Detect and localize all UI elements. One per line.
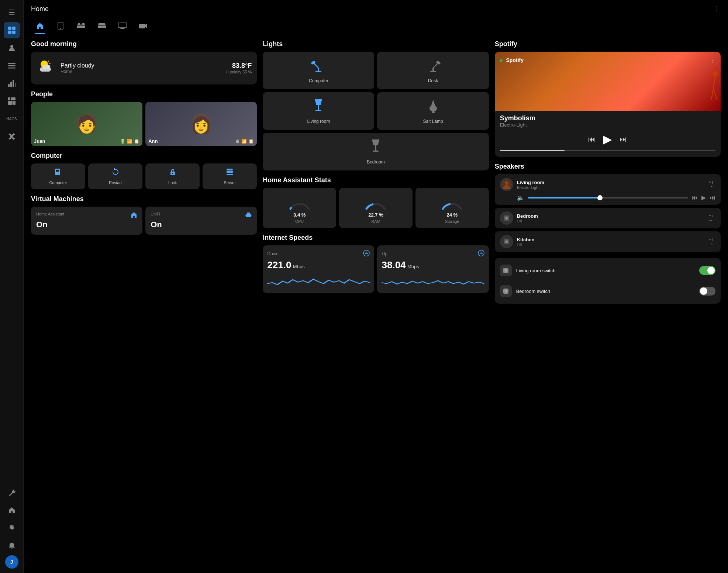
sidebar-item-dashboard[interactable] xyxy=(4,22,20,38)
person-ann[interactable]: 👩 Ann 🗑 📶 📋 xyxy=(145,102,257,146)
svg-rect-38 xyxy=(56,171,59,172)
speaker-bedroom: Bedroom Off xyxy=(495,208,721,228)
svg-point-41 xyxy=(172,173,173,174)
switches-section: Living room switch Bedroom switch xyxy=(495,258,721,304)
spotify-logo-icon: ● xyxy=(499,56,503,64)
volume-slider[interactable] xyxy=(528,197,688,199)
switch-bedroom-toggle[interactable] xyxy=(699,287,715,296)
weather-temperature: 83.8°F xyxy=(225,62,252,70)
svg-rect-58 xyxy=(315,110,321,111)
svg-rect-49 xyxy=(245,215,252,216)
page-title: Home xyxy=(31,5,49,13)
spotify-controls: ⏮ ▶ ⏭ xyxy=(500,132,715,146)
volume-thumb xyxy=(597,195,603,200)
computer-btn-restart[interactable]: Restart xyxy=(88,163,142,189)
light-living-room[interactable]: Living room xyxy=(263,92,374,130)
light-salt-lamp[interactable]: Salt Lamp xyxy=(377,92,489,130)
more-menu-button[interactable]: ⋮ xyxy=(713,4,721,13)
tab-home[interactable] xyxy=(31,18,49,34)
grid-icon xyxy=(8,97,15,105)
tab-bed2[interactable] xyxy=(93,18,111,34)
ha-stats-section: Home Assistant Stats 3.4 % CPU xyxy=(263,176,489,228)
sidebar-item-wrench[interactable] xyxy=(4,484,20,501)
main-area: Home ⋮ xyxy=(24,0,728,573)
trash-icon: 🗑 xyxy=(235,139,240,144)
speaker-kitchen-track: Off xyxy=(517,242,705,247)
vm-ha-name: Home Assistant xyxy=(36,212,64,216)
spotify-more-button[interactable]: ⋮ xyxy=(710,56,716,64)
switch-living-room-toggle[interactable] xyxy=(699,266,715,275)
user-avatar[interactable]: J xyxy=(5,555,18,569)
vm-ha-icon xyxy=(131,212,137,220)
sidebar-item-home[interactable] xyxy=(4,502,20,518)
computer-btn-lock[interactable]: Lock xyxy=(145,163,200,189)
ram-label: RAM xyxy=(371,219,380,224)
weather-condition: Partly cloudy xyxy=(61,62,220,69)
tab-monitor[interactable] xyxy=(114,18,131,34)
sidebar-item-chart[interactable] xyxy=(4,75,20,92)
spotify-prev-button[interactable]: ⏮ xyxy=(588,135,596,144)
weather-humidity: Humidity 55 % xyxy=(225,70,252,74)
light-bedroom[interactable]: Bedroom xyxy=(263,133,489,170)
svg-rect-14 xyxy=(8,101,13,105)
computer-btn-label: Computer xyxy=(49,180,67,185)
sidebar-item-grid[interactable] xyxy=(4,93,20,109)
lights-section: Lights Computer xyxy=(263,40,489,170)
speaker-kitchen-power-button[interactable] xyxy=(709,238,715,246)
list-icon xyxy=(8,62,15,69)
person-juan-avatar: 🧑 xyxy=(76,114,98,134)
sidebar-item-person[interactable] xyxy=(4,40,20,56)
person-ann-name: Ann xyxy=(148,138,158,144)
people-title: People xyxy=(31,90,257,98)
lamp-bedroom-icon xyxy=(369,139,382,156)
sidebar-item-settings[interactable] xyxy=(4,520,20,536)
tab-bed1[interactable] xyxy=(72,18,90,34)
speaker-prev-button[interactable]: ⏮ xyxy=(692,194,698,201)
light-computer[interactable]: Computer xyxy=(263,52,374,89)
speaker-bedroom-track: Off xyxy=(517,219,705,223)
speaker-living-room-power-button[interactable] xyxy=(709,180,715,189)
dashboard-icon xyxy=(8,26,16,34)
vm-unifi[interactable]: UniFi On xyxy=(145,207,257,235)
sidebar-hamburger[interactable]: ☰ xyxy=(4,4,20,21)
speaker-bedroom-power-button[interactable] xyxy=(709,214,715,222)
lights-grid: Computer Desk xyxy=(263,52,489,170)
sidebar-item-vscode[interactable] xyxy=(4,128,20,145)
volume-icon: 🔈 xyxy=(517,194,524,201)
person-juan-icons: 🔋 📶 📋 xyxy=(120,139,139,144)
light-desk[interactable]: Desk xyxy=(377,52,489,89)
switch-living-room: Living room switch xyxy=(495,260,721,281)
tab-tablet[interactable] xyxy=(52,18,69,34)
computer-btn-computer[interactable]: Computer xyxy=(31,163,85,189)
speaker-next-button[interactable]: ⏭ xyxy=(710,194,715,201)
spotify-song: Symbolism xyxy=(500,114,715,122)
tab-bed2-icon xyxy=(98,23,106,29)
speed-up-card: Up 38.04 Mbps xyxy=(377,245,489,293)
speed-down-icon xyxy=(363,250,370,258)
person-ann-avatar: 👩 xyxy=(190,114,212,134)
sidebar-item-hacs[interactable]: HACS xyxy=(4,111,20,127)
storage-label: Storage xyxy=(445,219,459,224)
spotify-next-button[interactable]: ⏭ xyxy=(620,135,627,144)
speaker-play-button[interactable]: ▶ xyxy=(701,194,706,201)
svg-point-74 xyxy=(505,181,508,185)
person-juan[interactable]: 🧑 Juan 🔋 📶 📋 xyxy=(31,102,142,146)
battery-icon: 🔋 xyxy=(120,139,125,144)
tab-camera[interactable] xyxy=(134,18,152,34)
internet-speeds-section: Internet Speeds Down xyxy=(263,234,489,293)
spotify-play-button[interactable]: ▶ xyxy=(603,132,612,146)
greeting-section: Good morning Partly cloudy Home xyxy=(31,40,257,84)
computer-btn-server[interactable]: Server xyxy=(203,163,257,189)
vm-home-assistant[interactable]: Home Assistant On xyxy=(31,207,142,235)
sidebar-item-list[interactable] xyxy=(4,58,20,74)
restart-icon xyxy=(111,168,120,178)
sidebar-item-bell[interactable] xyxy=(4,538,20,554)
computer-grid: Computer Restart xyxy=(31,163,257,189)
spotify-info: Symbolism Electro-Light ⏮ ▶ ⏭ xyxy=(495,111,721,157)
lamp-salt-svg xyxy=(427,98,440,113)
svg-marker-32 xyxy=(145,24,147,28)
speaker-bedroom-row: Bedroom Off xyxy=(500,211,715,225)
computer-svg xyxy=(54,168,62,176)
speaker-bedroom-info: Bedroom Off xyxy=(517,213,705,223)
spotify-progress-bar[interactable] xyxy=(500,150,715,151)
